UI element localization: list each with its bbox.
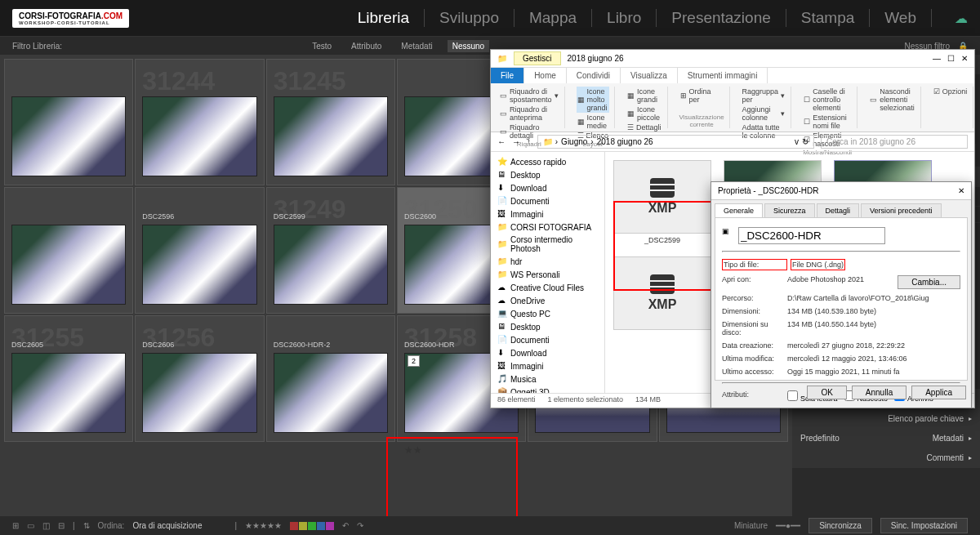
explorer-tab-visualizza[interactable]: Visualizza [621, 68, 678, 83]
properties-dialog[interactable]: Proprietà - _DSC2600-HDR ✕ GeneraleSicur… [710, 181, 972, 408]
forward-icon[interactable]: → [512, 137, 520, 146]
thumb-size-slider[interactable]: ━━●━━ [776, 521, 800, 530]
layout-sm-icons[interactable]: ▦ Icone piccole [626, 105, 662, 123]
tree-item[interactable]: 🖼Immagini [494, 207, 601, 221]
props-tab-versioni precedenti[interactable]: Versioni precedenti [861, 203, 942, 217]
thumbnail[interactable] [4, 187, 133, 314]
props-applica-button[interactable]: Applica [911, 386, 966, 399]
address-bar[interactable]: 📁 ›Giugno›2018 giugno 26 v↻ [537, 135, 814, 149]
layout-lg-icons[interactable]: ▦ Icone grandi [626, 87, 662, 105]
explorer-tab-condividi[interactable]: Condividi [567, 68, 621, 83]
filename-input[interactable] [738, 227, 885, 244]
grid-view-icon[interactable]: ⊞ [12, 521, 19, 530]
explorer-tab-file[interactable]: File [491, 68, 524, 83]
filter-tab-testo[interactable]: Testo [307, 40, 336, 52]
layout-md-icons[interactable]: ▦ Icone medie [577, 113, 610, 131]
props-ok-button[interactable]: OK [807, 386, 846, 399]
nav-sviluppo[interactable]: Sviluppo [439, 9, 514, 27]
tree-item[interactable]: ⬇Download [494, 181, 601, 194]
explorer-tab-home[interactable]: Home [524, 68, 567, 83]
tree-item[interactable]: 📁CORSI FOTOGRAFIA [494, 221, 601, 234]
thumbnail[interactable]: 31244 [135, 59, 264, 185]
rotate-right-icon[interactable]: ↷ [357, 521, 363, 530]
thumb-size-label: Miniature [734, 521, 768, 530]
cloud-sync-icon[interactable]: ☁ [955, 11, 968, 26]
tree-item[interactable]: 📁hdr [494, 255, 601, 268]
props-tab-dettagli[interactable]: Dettagli [817, 203, 860, 217]
metadata-preset[interactable]: Predefinito [800, 434, 840, 443]
filter-tab-nessuno[interactable]: Nessuno [448, 40, 489, 52]
thumbnail[interactable]: DSC2600-HDR-2 [266, 315, 395, 442]
props-close-icon[interactable]: ✕ [958, 186, 964, 195]
close-icon[interactable]: ✕ [961, 54, 968, 63]
nav-presentazione[interactable]: Presentazione [671, 9, 786, 27]
panel-keywordlist-header[interactable]: Elenco parole chiave [888, 414, 964, 423]
tree-item[interactable]: ☁Creative Cloud Files [494, 281, 601, 294]
thumbnail[interactable] [4, 59, 133, 185]
preview-pane-button[interactable]: ▭ Riquadro di anteprima [499, 105, 559, 123]
tree-item[interactable]: 🎵Musica [494, 372, 601, 386]
tree-item[interactable]: 🖥Desktop [494, 168, 601, 181]
tree-item[interactable]: 📄Documenti [494, 333, 601, 346]
panel-comments-header[interactable]: Commenti [926, 453, 964, 462]
thumbnail[interactable]: 31245 [266, 59, 395, 185]
rating-filter[interactable]: ★★★★★ [245, 521, 282, 530]
explorer-tab-strumenti-immagini[interactable]: Strumenti immagini [678, 68, 768, 83]
tree-item[interactable]: 💻Questo PC [494, 307, 601, 320]
minimize-icon[interactable]: — [933, 54, 941, 63]
tree-item[interactable]: 🖼Immagini [494, 359, 601, 372]
back-icon[interactable]: ← [497, 137, 506, 146]
sort-value[interactable]: Ora di acquisizione [132, 521, 202, 530]
maximize-icon[interactable]: ☐ [947, 54, 955, 63]
folder-tree[interactable]: ⭐Accesso rapido🖥Desktop⬇Download📄Documen… [491, 152, 605, 393]
manage-tab[interactable]: Gestisci [514, 51, 561, 65]
show-extensions[interactable]: ☐ Estensioni nomi file [803, 113, 852, 131]
checkbox-items[interactable]: ☐ Caselle di controllo elementi [803, 87, 852, 113]
up-icon[interactable]: ↑ [527, 137, 531, 146]
filter-tab-attributo[interactable]: Attributo [346, 40, 386, 52]
tree-item[interactable]: ⬇Download [494, 346, 601, 359]
readonly-checkbox[interactable] [787, 390, 798, 401]
sync-button[interactable]: Sincronizza [808, 518, 872, 533]
survey-view-icon[interactable]: ⊟ [58, 521, 65, 530]
nav-mappa[interactable]: Mappa [529, 9, 592, 27]
tree-item[interactable]: 🖥Desktop [494, 320, 601, 333]
tree-item[interactable]: ⭐Accesso rapido [494, 155, 601, 168]
filter-tab-metadati[interactable]: Metadati [396, 40, 437, 52]
thumbnail[interactable]: 31255DSC2605 [4, 315, 133, 442]
sort-direction-icon[interactable]: ⇅ [83, 521, 90, 530]
nav-libro[interactable]: Libro [607, 9, 657, 27]
file-item[interactable]: XMP_DSC2599 [613, 160, 711, 244]
nav-pane-button[interactable]: ▭ Riquadro di spostamento ▾ [499, 87, 559, 105]
layout-details[interactable]: ☰ Dettagli [626, 123, 662, 132]
color-labels[interactable] [290, 522, 334, 530]
hide-selected[interactable]: ▭Nascondi elementi selezionati [869, 87, 915, 113]
options-button[interactable]: ☑Opzioni [933, 87, 969, 96]
add-columns[interactable]: Aggiungi colonne ▾ [742, 105, 786, 123]
tree-item[interactable]: 📦Oggetti 3D [494, 386, 601, 393]
nav-libreria[interactable]: Libreria [358, 9, 425, 27]
props-tab-generale[interactable]: Generale [715, 203, 763, 217]
nav-web[interactable]: Web [884, 9, 932, 27]
thumbnail[interactable]: DSC2596 [135, 187, 264, 314]
compare-view-icon[interactable]: ◫ [42, 521, 50, 530]
change-app-button[interactable]: Cambia... [898, 275, 960, 289]
tree-item[interactable]: 📄Documenti [494, 194, 601, 207]
tree-item[interactable]: 📁Corso intermedio Photosh [494, 234, 601, 255]
props-annulla-button[interactable]: Annulla [852, 386, 906, 399]
loupe-view-icon[interactable]: ▭ [27, 521, 34, 530]
tree-item[interactable]: 📁WS Personali [494, 268, 601, 281]
layout-xl-icons[interactable]: ▦ Icone molto grandi [577, 87, 610, 113]
props-tab-sicurezza[interactable]: Sicurezza [764, 203, 815, 217]
thumbnail[interactable]: 31256DSC2606 [135, 315, 264, 442]
file-item[interactable]: XMP [613, 256, 711, 341]
group-by[interactable]: Raggruppa per ▾ [742, 87, 786, 105]
nav-stampa[interactable]: Stampa [801, 9, 870, 27]
panel-metadata-header[interactable]: Metadati [933, 434, 964, 443]
tree-item[interactable]: ☁OneDrive [494, 294, 601, 307]
sync-settings-button[interactable]: Sinc. Impostazioni [880, 518, 968, 533]
rotate-left-icon[interactable]: ↶ [342, 521, 349, 530]
thumbnail[interactable]: 31249DSC2599 [266, 187, 395, 314]
search-input[interactable]: Cerca in 2018 giugno 26 [821, 135, 968, 149]
sort-by-button[interactable]: ⊞Ordina per [679, 87, 724, 105]
